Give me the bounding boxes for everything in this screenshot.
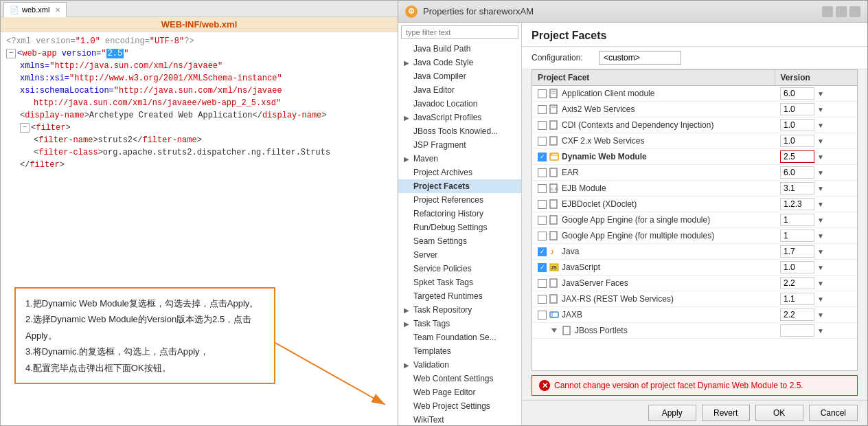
nav-item-service-policies[interactable]: Service Policies bbox=[398, 262, 521, 276]
version-dropdown-dynamic-web[interactable]: ▼ bbox=[817, 153, 824, 161]
version-dropdown[interactable]: ▼ bbox=[817, 201, 824, 208]
facet-checkbox[interactable] bbox=[538, 200, 547, 209]
nav-item-run-debug[interactable]: Run/Debug Settings bbox=[398, 221, 521, 234]
nav-item-seam[interactable]: Seam Settings bbox=[398, 234, 521, 248]
facet-checkbox[interactable] bbox=[538, 184, 547, 193]
nav-item-label: Project Archives bbox=[413, 168, 472, 177]
instruction-line-1: 1.把Dynamic Web Module复选框，勾选去掉，点击Apply。 bbox=[25, 295, 264, 311]
nav-item-java-build-path[interactable]: Java Build Path bbox=[398, 42, 521, 56]
nav-item-templates[interactable]: Templates bbox=[398, 344, 521, 358]
nav-item-refactoring[interactable]: Refactoring History bbox=[398, 207, 521, 221]
nav-item-web-content[interactable]: Web Content Settings bbox=[398, 372, 521, 385]
version-dropdown[interactable]: ▼ bbox=[817, 106, 824, 113]
nav-item-project-facets[interactable]: Project Facets bbox=[398, 179, 521, 193]
version-input[interactable] bbox=[780, 293, 814, 305]
close-button[interactable] bbox=[849, 6, 860, 17]
nav-item-project-archives[interactable]: Project Archives bbox=[398, 166, 521, 179]
version-input[interactable] bbox=[780, 229, 814, 242]
nav-item-java-compiler[interactable]: Java Compiler bbox=[398, 69, 521, 83]
ok-button[interactable]: OK bbox=[755, 405, 803, 421]
apply-button[interactable]: Apply bbox=[648, 405, 696, 421]
config-select[interactable]: <custom> bbox=[599, 51, 681, 65]
nav-item-javadoc[interactable]: Javadoc Location bbox=[398, 97, 521, 111]
facet-checkbox-dynamic-web[interactable]: ✓ bbox=[538, 153, 547, 161]
nav-item-java-editor[interactable]: Java Editor bbox=[398, 83, 521, 97]
nav-item-task-tags[interactable]: ▶ Task Tags bbox=[398, 317, 521, 330]
editor-tab[interactable]: 📄 web.xml ✕ bbox=[3, 2, 67, 17]
nav-item-jboss-tools[interactable]: JBoss Tools Knowled... bbox=[398, 124, 521, 138]
version-input[interactable] bbox=[780, 198, 814, 210]
version-dropdown[interactable]: ▼ bbox=[817, 248, 824, 256]
facet-checkbox[interactable] bbox=[538, 311, 547, 320]
nav-item-server[interactable]: Server bbox=[398, 248, 521, 262]
version-input[interactable] bbox=[780, 182, 814, 194]
nav-item-wikitext[interactable]: WikiText bbox=[398, 413, 521, 425]
version-dropdown[interactable]: ▼ bbox=[817, 264, 824, 271]
minimize-button[interactable] bbox=[822, 6, 833, 17]
version-input[interactable] bbox=[780, 166, 814, 179]
facet-checkbox-java[interactable]: ✓ bbox=[538, 247, 547, 256]
web-icon bbox=[549, 152, 559, 161]
expand-icon[interactable] bbox=[550, 326, 560, 335]
version-dropdown[interactable]: ▼ bbox=[817, 137, 824, 145]
nav-item-spket[interactable]: Spket Task Tags bbox=[398, 276, 521, 289]
facet-checkbox[interactable] bbox=[538, 295, 547, 304]
version-input[interactable] bbox=[780, 119, 814, 131]
nav-filter-input[interactable] bbox=[401, 25, 518, 39]
version-input[interactable] bbox=[780, 103, 814, 115]
facet-checkbox[interactable] bbox=[538, 137, 547, 146]
nav-item-validation[interactable]: ▶ Validation bbox=[398, 358, 521, 372]
svg-text:EJB: EJB bbox=[551, 187, 558, 191]
fold-icon-2[interactable]: − bbox=[20, 123, 30, 133]
version-input[interactable] bbox=[780, 214, 814, 226]
revert-button[interactable]: Revert bbox=[702, 405, 750, 421]
dialog-title-text: Properties for shareworxAM bbox=[423, 6, 816, 16]
nav-item-team-foundation[interactable]: Team Foundation Se... bbox=[398, 330, 521, 344]
fold-icon[interactable]: − bbox=[6, 49, 16, 58]
maximize-button[interactable] bbox=[836, 6, 847, 17]
code-line-3: xmlns="http://java.sun.com/xml/ns/javaee… bbox=[6, 60, 392, 72]
version-dropdown[interactable]: ▼ bbox=[817, 169, 824, 177]
nav-item-jsp-fragment[interactable]: JSP Fragment bbox=[398, 138, 521, 152]
version-input-dynamic-web[interactable] bbox=[780, 150, 814, 163]
nav-item-js-profiles[interactable]: ▶ JavaScript Profiles bbox=[398, 111, 521, 124]
facet-name: Google App Engine (for multiple modules) bbox=[562, 231, 714, 240]
facet-checkbox[interactable] bbox=[538, 89, 547, 98]
version-input[interactable] bbox=[780, 245, 814, 258]
facet-checkbox[interactable] bbox=[538, 168, 547, 177]
nav-item-java-code-style[interactable]: ▶ Java Code Style bbox=[398, 56, 521, 69]
version-dropdown[interactable]: ▼ bbox=[817, 122, 824, 129]
close-icon[interactable]: ✕ bbox=[55, 6, 60, 14]
version-dropdown[interactable]: ▼ bbox=[817, 327, 824, 335]
version-input[interactable] bbox=[780, 324, 814, 337]
facet-checkbox[interactable] bbox=[538, 216, 547, 225]
version-input[interactable] bbox=[780, 87, 814, 100]
facet-name-dynamic-web: Dynamic Web Module bbox=[562, 152, 647, 161]
version-input[interactable] bbox=[780, 261, 814, 273]
version-dropdown[interactable]: ▼ bbox=[817, 216, 824, 224]
nav-item-task-repository[interactable]: ▶ Task Repository bbox=[398, 303, 521, 317]
facet-checkbox-javascript[interactable]: ✓ bbox=[538, 263, 547, 272]
nav-item-targeted[interactable]: Targeted Runtimes bbox=[398, 289, 521, 303]
version-dropdown[interactable]: ▼ bbox=[817, 90, 824, 98]
facet-checkbox[interactable] bbox=[538, 279, 547, 288]
nav-item-web-project-settings[interactable]: Web Project Settings bbox=[398, 399, 521, 413]
version-dropdown[interactable]: ▼ bbox=[817, 295, 824, 303]
version-dropdown[interactable]: ▼ bbox=[817, 311, 824, 319]
facet-name: Java bbox=[562, 247, 579, 256]
facet-checkbox[interactable] bbox=[538, 105, 547, 114]
nav-item-maven[interactable]: ▶ Maven bbox=[398, 152, 521, 166]
version-input[interactable] bbox=[780, 135, 814, 147]
facet-checkbox[interactable] bbox=[538, 121, 547, 130]
version-dropdown[interactable]: ▼ bbox=[817, 232, 824, 240]
nav-item-web-page-editor[interactable]: Web Page Editor bbox=[398, 385, 521, 399]
facets-table-container[interactable]: Project Facet Version Application Client… bbox=[532, 69, 858, 371]
facet-name: CDI (Contexts and Dependency Injection) bbox=[562, 120, 713, 130]
facet-checkbox[interactable] bbox=[538, 232, 547, 240]
version-input[interactable] bbox=[780, 309, 814, 321]
nav-item-project-references[interactable]: Project References bbox=[398, 193, 521, 207]
version-dropdown[interactable]: ▼ bbox=[817, 280, 824, 287]
cancel-button[interactable]: Cancel bbox=[809, 405, 858, 421]
version-dropdown[interactable]: ▼ bbox=[817, 185, 824, 192]
version-input[interactable] bbox=[780, 277, 814, 289]
